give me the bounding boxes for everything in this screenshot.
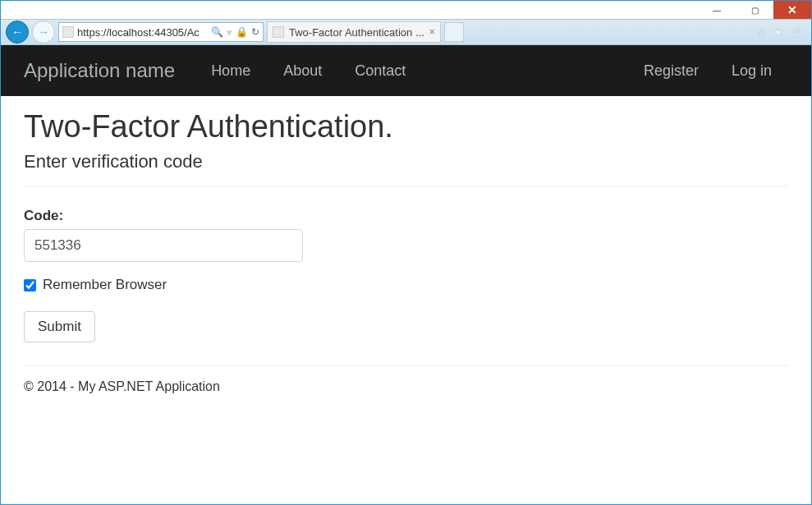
nav-link-register[interactable]: Register [627,62,715,80]
browser-window: — ▢ ✕ ← → https://localhost:44305/Ac 🔍 ▾… [0,0,812,505]
browser-tab[interactable]: Two-Factor Authentication ... × [267,21,441,43]
page-subtitle: Enter verification code [24,151,788,172]
site-navbar: Application name Home About Contact Regi… [1,45,811,96]
submit-button[interactable]: Submit [24,311,95,342]
page-viewport: Application name Home About Contact Regi… [1,45,811,504]
search-icon[interactable]: 🔍 [211,26,223,38]
new-tab-button[interactable] [444,22,464,42]
code-label: Code: [24,208,788,224]
remember-label[interactable]: Remember Browser [43,277,167,293]
footer-divider [24,365,788,366]
window-maximize-button[interactable]: ▢ [736,1,773,19]
browser-toolbar: ← → https://localhost:44305/Ac 🔍 ▾ 🔒 ↻ T… [1,19,811,45]
nav-forward-button[interactable]: → [32,21,55,44]
footer-text: © 2014 - My ASP.NET Application [24,379,788,394]
nav-link-contact[interactable]: Contact [338,62,422,80]
nav-back-button[interactable]: ← [6,21,29,44]
navbar-brand[interactable]: Application name [24,59,175,82]
window-minimize-button[interactable]: — [698,1,736,19]
nav-link-home[interactable]: Home [195,62,267,80]
divider [24,186,788,186]
nav-link-login[interactable]: Log in [715,62,788,80]
address-url: https://localhost:44305/Ac [77,26,208,39]
tab-close-icon[interactable]: × [429,26,435,38]
remember-checkbox[interactable] [24,279,36,292]
form-group-code: Code: [24,208,788,262]
tab-page-icon [273,26,284,38]
address-bar[interactable]: https://localhost:44305/Ac 🔍 ▾ 🔒 ↻ [58,22,264,42]
separator: ▾ [227,26,232,39]
page-icon [62,26,74,38]
refresh-icon[interactable]: ↻ [251,26,259,38]
window-close-button[interactable]: ✕ [773,1,811,19]
favorites-icon[interactable]: ★ [773,25,784,39]
home-icon[interactable]: ⌂ [759,25,765,39]
page-content: Two-Factor Authentication. Enter verific… [1,96,811,404]
tab-title: Two-Factor Authentication ... [289,26,424,39]
lock-icon: 🔒 [236,26,248,38]
page-title: Two-Factor Authentication. [24,109,788,145]
code-input[interactable] [24,229,303,262]
nav-link-about[interactable]: About [267,62,338,80]
browser-right-icons: ⌂ ★ ⚙ [759,25,806,39]
remember-row: Remember Browser [24,277,788,293]
settings-icon[interactable]: ⚙ [792,25,803,39]
window-titlebar: — ▢ ✕ [1,1,811,19]
